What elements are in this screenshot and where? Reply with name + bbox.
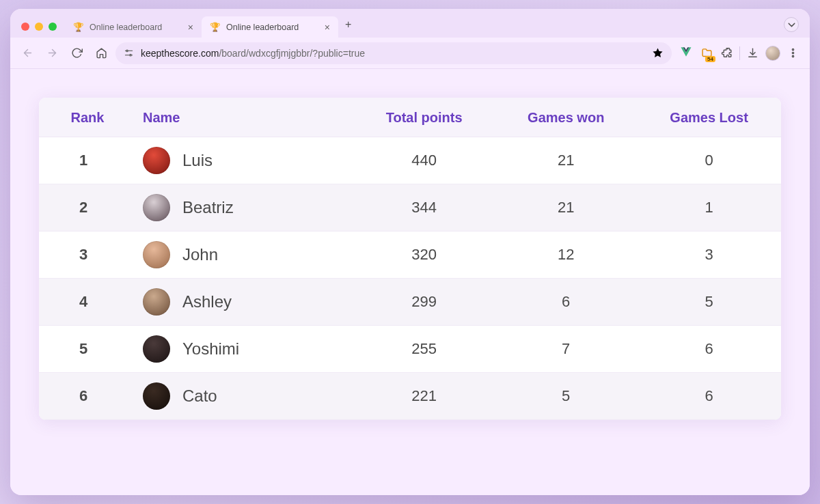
tab-title: Online leaderboard: [90, 23, 162, 32]
table-row: 1Luis440210: [39, 137, 781, 184]
extension-badge-button[interactable]: 54: [699, 46, 714, 61]
table-row: 2Beatriz344211: [39, 184, 781, 232]
games-won-value: 21: [495, 137, 637, 184]
arrow-right-icon: [46, 47, 58, 59]
name-cell: Ashley: [128, 279, 353, 326]
new-tab-button[interactable]: +: [338, 14, 358, 38]
rank-value: 6: [39, 373, 128, 420]
player-avatar: [143, 241, 170, 268]
leaderboard-card: Rank Name Total points Games won Games L…: [39, 98, 781, 420]
player-avatar: [143, 288, 170, 316]
site-settings-icon[interactable]: [124, 48, 134, 58]
name-cell: Beatriz: [128, 184, 353, 232]
tab-active[interactable]: 🏆 Online leaderboard ×: [202, 16, 338, 38]
name-cell: Cato: [128, 373, 353, 420]
nav-back-button[interactable]: [17, 43, 38, 64]
downloads-button[interactable]: [747, 47, 758, 59]
star-icon: [652, 47, 664, 59]
player-avatar: [143, 147, 170, 174]
close-icon[interactable]: ×: [188, 23, 193, 32]
player-name: Beatriz: [182, 198, 234, 217]
leaderboard-table: Rank Name Total points Games won Games L…: [39, 98, 781, 420]
toolbar-right: 54: [676, 46, 803, 61]
kebab-icon: [787, 47, 799, 59]
player-avatar: [143, 335, 170, 363]
col-header-games-won: Games won: [495, 98, 637, 137]
name-cell: Yoshimi: [128, 326, 353, 373]
tab-title: Online leaderboard: [226, 23, 299, 32]
chevron-down-icon: [786, 19, 797, 31]
rank-value: 3: [39, 232, 128, 279]
window-controls: [17, 23, 65, 38]
nav-forward-button[interactable]: [42, 43, 62, 64]
window-close[interactable]: [21, 23, 29, 31]
name-cell: John: [128, 232, 353, 279]
url-text: keepthescore.com/board/wdxcgfjmjgbbr/?pu…: [141, 48, 365, 59]
player-avatar: [143, 382, 170, 410]
reload-button[interactable]: [66, 43, 87, 64]
total-points-value: 440: [353, 137, 495, 184]
menu-button[interactable]: [787, 47, 799, 59]
browser-window: 🏆 Online leaderboard × 🏆 Online leaderbo…: [10, 9, 810, 495]
games-lost-value: 6: [637, 326, 781, 373]
games-won-value: 6: [495, 279, 637, 326]
games-won-value: 7: [495, 326, 637, 373]
home-button[interactable]: [91, 43, 111, 64]
extension-vue-icon[interactable]: [680, 46, 692, 61]
svg-point-8: [792, 48, 793, 50]
player-name: Luis: [182, 151, 213, 170]
extension-badge-count: 54: [705, 56, 715, 62]
games-lost-value: 5: [637, 279, 781, 326]
tabs-overflow-button[interactable]: [784, 17, 799, 32]
player-name: John: [182, 245, 218, 264]
col-header-name: Name: [128, 98, 353, 137]
player-name: Ashley: [182, 292, 232, 311]
rank-value: 1: [39, 137, 128, 184]
total-points-value: 255: [353, 326, 495, 373]
total-points-value: 221: [353, 373, 495, 420]
trophy-icon: 🏆: [210, 22, 221, 32]
toolbar: keepthescore.com/board/wdxcgfjmjgbbr/?pu…: [10, 38, 810, 69]
total-points-value: 320: [353, 232, 495, 279]
rank-value: 5: [39, 326, 128, 373]
svg-marker-6: [653, 48, 662, 57]
col-header-rank: Rank: [39, 98, 128, 137]
download-icon: [747, 47, 758, 59]
svg-point-10: [792, 55, 793, 57]
name-cell: Luis: [128, 137, 353, 184]
rank-value: 2: [39, 184, 128, 232]
arrow-left-icon: [22, 47, 33, 59]
window-minimize[interactable]: [35, 23, 43, 31]
tab-strip: 🏆 Online leaderboard × 🏆 Online leaderbo…: [10, 9, 810, 38]
table-row: 4Ashley29965: [39, 279, 781, 326]
player-name: Cato: [182, 387, 217, 406]
url-host: keepthescore.com: [141, 48, 219, 59]
toolbar-divider: [739, 46, 740, 60]
svg-point-9: [792, 52, 793, 53]
games-won-value: 21: [495, 184, 637, 232]
col-header-total-points: Total points: [353, 98, 495, 137]
bookmark-button[interactable]: [652, 47, 664, 59]
games-lost-value: 6: [637, 373, 781, 420]
total-points-value: 299: [353, 279, 495, 326]
address-bar[interactable]: keepthescore.com/board/wdxcgfjmjgbbr/?pu…: [115, 42, 672, 64]
player-avatar: [143, 194, 170, 221]
total-points-value: 344: [353, 184, 495, 232]
puzzle-icon: [721, 47, 733, 59]
extensions-button[interactable]: [721, 47, 733, 59]
home-icon: [96, 47, 107, 59]
col-header-games-lost: Games Lost: [637, 98, 781, 137]
tab-inactive[interactable]: 🏆 Online leaderboard ×: [65, 16, 202, 38]
games-lost-value: 1: [637, 184, 781, 232]
reload-icon: [71, 47, 83, 59]
games-lost-value: 0: [637, 137, 781, 184]
url-path: /board/wdxcgfjmjgbbr/?public=true: [219, 48, 365, 59]
table-row: 3John320123: [39, 232, 781, 279]
profile-avatar[interactable]: [765, 46, 780, 61]
page-content: Rank Name Total points Games won Games L…: [10, 69, 810, 495]
window-maximize[interactable]: [49, 23, 57, 31]
games-lost-value: 3: [637, 232, 781, 279]
player-name: Yoshimi: [182, 339, 239, 359]
close-icon[interactable]: ×: [325, 23, 330, 32]
trophy-icon: 🏆: [73, 22, 84, 32]
